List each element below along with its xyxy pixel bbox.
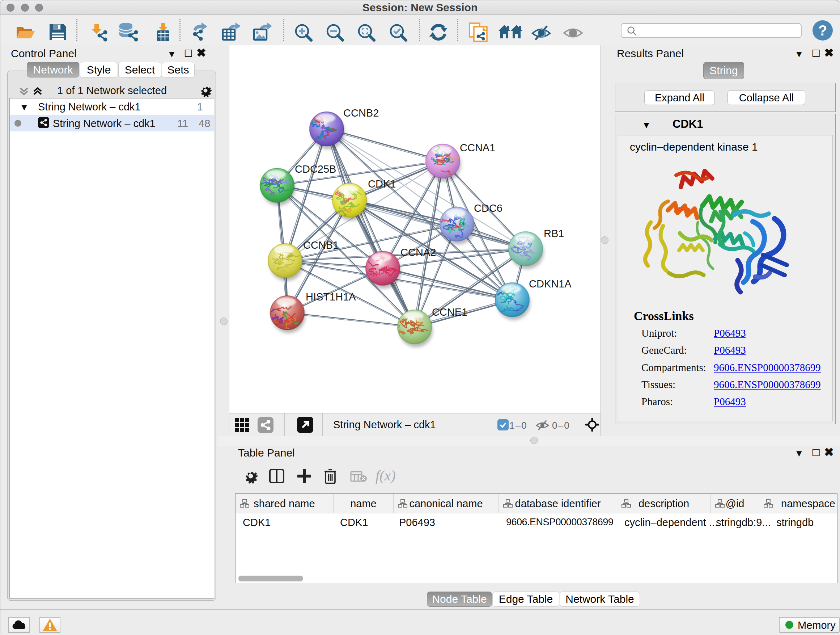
svg-text:CDK1: CDK1 xyxy=(368,178,396,190)
svg-text:CCNB1: CCNB1 xyxy=(303,239,339,251)
svg-text:CCNA2: CCNA2 xyxy=(401,247,436,258)
svg-text:?: ? xyxy=(818,22,827,38)
svg-text:CDKN1A: CDKN1A xyxy=(529,278,572,290)
svg-text:HIST1H1A: HIST1H1A xyxy=(306,291,356,302)
svg-text:CCNA1: CCNA1 xyxy=(460,142,495,154)
svg-text:CCNB2: CCNB2 xyxy=(343,107,379,119)
svg-text:CDC6: CDC6 xyxy=(474,203,502,214)
svg-text:CDC25B: CDC25B xyxy=(295,163,336,175)
svg-text:RB1: RB1 xyxy=(544,228,564,239)
svg-text:CCNE1: CCNE1 xyxy=(432,306,467,318)
